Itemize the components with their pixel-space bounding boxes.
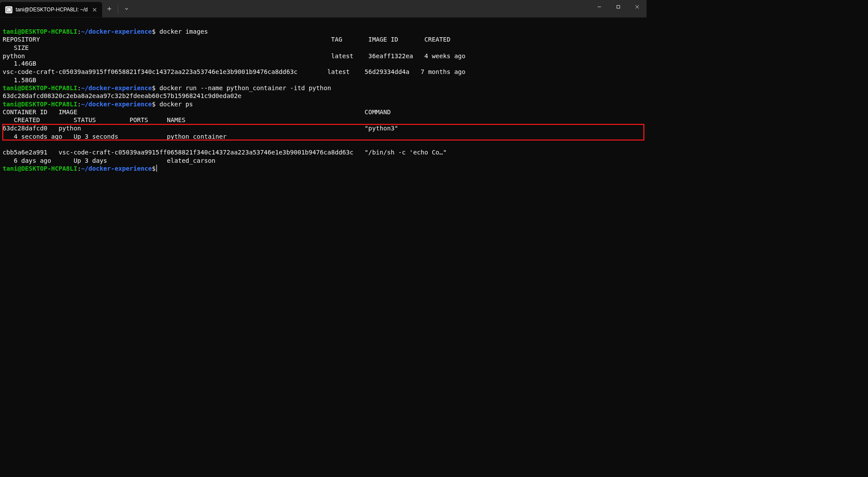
prompt-dollar: $ xyxy=(152,84,156,91)
divider xyxy=(118,4,118,14)
prompt-colon: : xyxy=(77,100,81,107)
tab-title: tani@DESKTOP-HCPA8LI: ~/d xyxy=(16,7,88,12)
prompt-path: ~/docker-experience xyxy=(81,28,152,35)
svg-rect-2 xyxy=(617,5,620,8)
tab-dropdown-button[interactable] xyxy=(119,0,134,17)
terminal-body[interactable]: tani@DESKTOP-HCPA8LI:~/docker-experience… xyxy=(0,18,647,174)
ps-header: CONTAINER ID IMAGE COMMAND CREATED STATU… xyxy=(3,109,420,124)
run-output: 63dc28dafcd08320c2eba8a2eaa97c32b2fdeeab… xyxy=(3,92,241,99)
ps-row-highlighted: 63dc28dafcd0 python "python3" 4 seconds … xyxy=(3,124,644,140)
minimize-button[interactable] xyxy=(590,0,609,14)
titlebar-drag-area[interactable] xyxy=(134,0,590,17)
command-text: docker images xyxy=(155,28,208,35)
prompt-dollar: $ xyxy=(152,28,156,35)
image-row: python latest 36eaff1322ea 4 weeks ago 1… xyxy=(3,52,480,67)
maximize-button[interactable] xyxy=(609,0,628,14)
new-tab-button[interactable] xyxy=(102,0,116,17)
prompt-line: tani@DESKTOP-HCPA8LI:~/docker-experience… xyxy=(3,84,331,91)
prompt-path: ~/docker-experience xyxy=(81,165,152,172)
command-text: docker run --name python_container -itd … xyxy=(155,84,331,91)
prompt-line: tani@DESKTOP-HCPA8LI:~/docker-experience… xyxy=(3,165,157,172)
cursor xyxy=(156,165,157,172)
prompt-user-host: tani@DESKTOP-HCPA8LI xyxy=(3,28,77,35)
prompt-user-host: tani@DESKTOP-HCPA8LI xyxy=(3,165,77,172)
prompt-user-host: tani@DESKTOP-HCPA8LI xyxy=(3,84,77,91)
titlebar: >_ tani@DESKTOP-HCPA8LI: ~/d xyxy=(0,0,647,18)
close-icon[interactable] xyxy=(91,6,98,13)
prompt-path: ~/docker-experience xyxy=(81,84,152,91)
prompt-dollar: $ xyxy=(152,100,156,107)
prompt-line: tani@DESKTOP-HCPA8LI:~/docker-experience… xyxy=(3,100,193,107)
image-row: vsc-code-craft-c05039aa9915ff0658821f340… xyxy=(3,68,476,84)
prompt-colon: : xyxy=(77,84,81,91)
prompt-dollar: $ xyxy=(152,165,156,172)
prompt-colon: : xyxy=(77,28,81,35)
prompt-path: ~/docker-experience xyxy=(81,100,152,107)
close-window-button[interactable] xyxy=(628,0,646,14)
images-header: REPOSITORY TAG IMAGE ID CREATED SIZE xyxy=(3,36,480,51)
prompt-colon: : xyxy=(77,165,81,172)
prompt-user-host: tani@DESKTOP-HCPA8LI xyxy=(3,100,77,107)
window-controls xyxy=(590,0,647,17)
prompt-line: tani@DESKTOP-HCPA8LI:~/docker-experience… xyxy=(3,28,208,35)
command-text: docker ps xyxy=(155,100,193,107)
tab-active[interactable]: >_ tani@DESKTOP-HCPA8LI: ~/d xyxy=(0,2,102,17)
ps-row: cbb5a6e2a991 vsc-code-craft-c05039aa9915… xyxy=(3,149,447,164)
terminal-icon: >_ xyxy=(5,6,12,13)
